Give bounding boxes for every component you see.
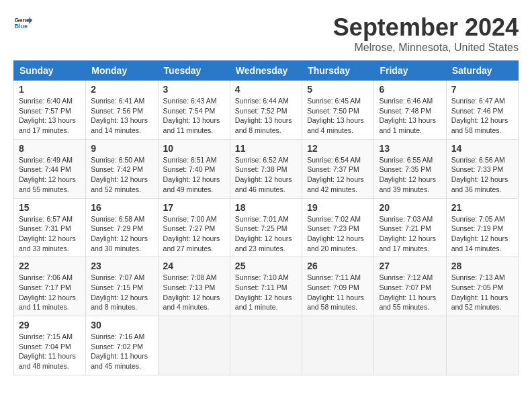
day-number: 17	[163, 202, 225, 213]
calendar-cell: 15 Sunrise: 6:57 AMSunset: 7:31 PMDaylig…	[14, 198, 86, 257]
day-info: Sunrise: 6:43 AMSunset: 7:54 PMDaylight:…	[163, 97, 220, 134]
day-number: 25	[235, 261, 297, 271]
day-number: 2	[91, 84, 152, 95]
day-info: Sunrise: 7:15 AMSunset: 7:04 PMDaylight:…	[19, 332, 76, 370]
day-info: Sunrise: 7:01 AMSunset: 7:25 PMDaylight:…	[235, 215, 292, 253]
calendar-cell: 23 Sunrise: 7:07 AMSunset: 7:15 PMDaylig…	[86, 257, 158, 316]
calendar-cell: 17 Sunrise: 7:00 AMSunset: 7:27 PMDaylig…	[158, 198, 230, 257]
calendar-week-1: 1 Sunrise: 6:40 AMSunset: 7:57 PMDayligh…	[14, 81, 519, 140]
calendar-cell: 16 Sunrise: 6:58 AMSunset: 7:29 PMDaylig…	[86, 198, 158, 257]
day-number: 8	[19, 143, 81, 154]
weekday-header-row: SundayMondayTuesdayWednesdayThursdayFrid…	[14, 61, 519, 81]
calendar-cell: 18 Sunrise: 7:01 AMSunset: 7:25 PMDaylig…	[230, 198, 302, 257]
day-info: Sunrise: 7:16 AMSunset: 7:02 PMDaylight:…	[91, 332, 148, 370]
day-number: 7	[451, 84, 513, 95]
weekday-header-monday: Monday	[86, 61, 158, 81]
header: General Blue September 2024 Melrose, Min…	[13, 13, 519, 54]
day-number: 10	[163, 143, 225, 154]
day-number: 24	[163, 261, 225, 271]
calendar-cell: 8 Sunrise: 6:49 AMSunset: 7:44 PMDayligh…	[14, 139, 86, 198]
calendar-week-3: 15 Sunrise: 6:57 AMSunset: 7:31 PMDaylig…	[14, 198, 519, 257]
day-info: Sunrise: 7:07 AMSunset: 7:15 PMDaylight:…	[91, 273, 148, 311]
day-number: 23	[91, 261, 152, 271]
calendar-cell: 20 Sunrise: 7:03 AMSunset: 7:21 PMDaylig…	[374, 198, 446, 257]
day-number: 12	[307, 143, 369, 154]
calendar-cell: 9 Sunrise: 6:50 AMSunset: 7:42 PMDayligh…	[86, 139, 158, 198]
calendar-subtitle: Melrose, Minnesota, United States	[333, 42, 519, 54]
day-number: 14	[451, 143, 513, 154]
calendar-cell: 29 Sunrise: 7:15 AMSunset: 7:04 PMDaylig…	[14, 316, 86, 375]
calendar-cell: 7 Sunrise: 6:47 AMSunset: 7:46 PMDayligh…	[446, 81, 518, 140]
day-number: 26	[307, 261, 369, 271]
calendar-cell: 22 Sunrise: 7:06 AMSunset: 7:17 PMDaylig…	[14, 257, 86, 316]
calendar-cell: 28 Sunrise: 7:13 AMSunset: 7:05 PMDaylig…	[446, 257, 518, 316]
day-number: 27	[379, 261, 441, 271]
calendar-cell: 5 Sunrise: 6:45 AMSunset: 7:50 PMDayligh…	[302, 81, 374, 140]
weekday-header-friday: Friday	[374, 61, 446, 81]
logo: General Blue	[13, 13, 32, 32]
day-info: Sunrise: 6:47 AMSunset: 7:46 PMDaylight:…	[451, 97, 508, 134]
calendar-cell	[158, 316, 230, 375]
day-number: 9	[91, 143, 152, 154]
day-number: 29	[19, 320, 81, 330]
day-info: Sunrise: 6:49 AMSunset: 7:44 PMDaylight:…	[19, 156, 76, 193]
day-info: Sunrise: 6:58 AMSunset: 7:29 PMDaylight:…	[91, 215, 148, 253]
day-info: Sunrise: 7:03 AMSunset: 7:21 PMDaylight:…	[379, 215, 436, 253]
day-number: 11	[235, 143, 297, 154]
calendar-cell	[302, 316, 374, 375]
svg-text:Blue: Blue	[14, 23, 28, 30]
weekday-header-sunday: Sunday	[14, 61, 86, 81]
day-number: 28	[451, 261, 513, 271]
day-info: Sunrise: 7:00 AMSunset: 7:27 PMDaylight:…	[163, 215, 220, 253]
calendar-cell: 21 Sunrise: 7:05 AMSunset: 7:19 PMDaylig…	[446, 198, 518, 257]
day-info: Sunrise: 7:06 AMSunset: 7:17 PMDaylight:…	[19, 273, 76, 311]
calendar-cell: 27 Sunrise: 7:12 AMSunset: 7:07 PMDaylig…	[374, 257, 446, 316]
day-number: 19	[307, 202, 369, 213]
day-number: 4	[235, 84, 297, 95]
day-info: Sunrise: 6:46 AMSunset: 7:48 PMDaylight:…	[379, 97, 436, 134]
day-number: 15	[19, 202, 81, 213]
calendar-cell	[374, 316, 446, 375]
weekday-header-tuesday: Tuesday	[158, 61, 230, 81]
calendar-cell: 24 Sunrise: 7:08 AMSunset: 7:13 PMDaylig…	[158, 257, 230, 316]
day-info: Sunrise: 7:08 AMSunset: 7:13 PMDaylight:…	[163, 273, 220, 311]
calendar-cell: 30 Sunrise: 7:16 AMSunset: 7:02 PMDaylig…	[86, 316, 158, 375]
calendar-cell: 2 Sunrise: 6:41 AMSunset: 7:56 PMDayligh…	[86, 81, 158, 140]
calendar-cell	[446, 316, 518, 375]
day-number: 3	[163, 84, 225, 95]
calendar-table: SundayMondayTuesdayWednesdayThursdayFrid…	[13, 60, 519, 375]
calendar-cell: 10 Sunrise: 6:51 AMSunset: 7:40 PMDaylig…	[158, 139, 230, 198]
day-info: Sunrise: 6:55 AMSunset: 7:35 PMDaylight:…	[379, 156, 436, 193]
day-info: Sunrise: 6:40 AMSunset: 7:57 PMDaylight:…	[19, 97, 76, 134]
weekday-header-saturday: Saturday	[446, 61, 518, 81]
calendar-week-5: 29 Sunrise: 7:15 AMSunset: 7:04 PMDaylig…	[14, 316, 519, 375]
day-number: 13	[379, 143, 441, 154]
logo-icon: General Blue	[13, 13, 32, 32]
day-number: 5	[307, 84, 369, 95]
calendar-cell: 14 Sunrise: 6:56 AMSunset: 7:33 PMDaylig…	[446, 139, 518, 198]
calendar-cell	[230, 316, 302, 375]
weekday-header-thursday: Thursday	[302, 61, 374, 81]
day-info: Sunrise: 6:45 AMSunset: 7:50 PMDaylight:…	[307, 97, 364, 134]
day-info: Sunrise: 6:57 AMSunset: 7:31 PMDaylight:…	[19, 215, 76, 253]
day-number: 22	[19, 261, 81, 271]
day-number: 6	[379, 84, 441, 95]
calendar-cell: 6 Sunrise: 6:46 AMSunset: 7:48 PMDayligh…	[374, 81, 446, 140]
day-info: Sunrise: 6:41 AMSunset: 7:56 PMDaylight:…	[91, 97, 148, 134]
weekday-header-wednesday: Wednesday	[230, 61, 302, 81]
day-info: Sunrise: 6:52 AMSunset: 7:38 PMDaylight:…	[235, 156, 292, 193]
calendar-title: September 2024	[333, 13, 519, 42]
calendar-cell: 25 Sunrise: 7:10 AMSunset: 7:11 PMDaylig…	[230, 257, 302, 316]
day-number: 16	[91, 202, 152, 213]
day-info: Sunrise: 7:13 AMSunset: 7:05 PMDaylight:…	[451, 273, 508, 311]
calendar-cell: 3 Sunrise: 6:43 AMSunset: 7:54 PMDayligh…	[158, 81, 230, 140]
day-info: Sunrise: 6:51 AMSunset: 7:40 PMDaylight:…	[163, 156, 220, 193]
calendar-week-2: 8 Sunrise: 6:49 AMSunset: 7:44 PMDayligh…	[14, 139, 519, 198]
calendar-cell: 12 Sunrise: 6:54 AMSunset: 7:37 PMDaylig…	[302, 139, 374, 198]
day-info: Sunrise: 7:05 AMSunset: 7:19 PMDaylight:…	[451, 215, 508, 253]
day-info: Sunrise: 6:50 AMSunset: 7:42 PMDaylight:…	[91, 156, 148, 193]
day-number: 21	[451, 202, 513, 213]
day-info: Sunrise: 6:44 AMSunset: 7:52 PMDaylight:…	[235, 97, 292, 134]
calendar-cell: 4 Sunrise: 6:44 AMSunset: 7:52 PMDayligh…	[230, 81, 302, 140]
day-info: Sunrise: 7:12 AMSunset: 7:07 PMDaylight:…	[379, 273, 436, 311]
